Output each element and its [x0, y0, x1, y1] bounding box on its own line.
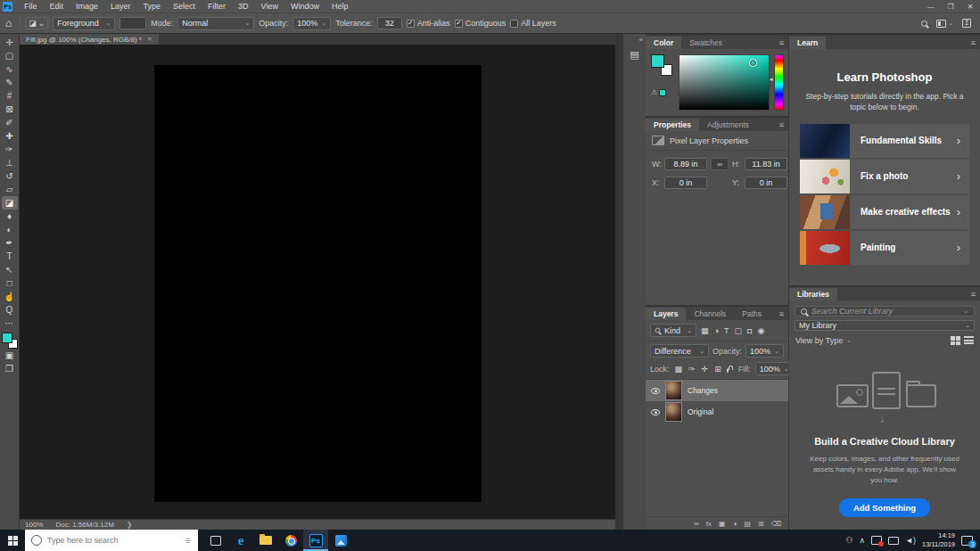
type-tool[interactable]: T	[2, 250, 18, 263]
menu-help[interactable]: Help	[325, 0, 355, 12]
opacity-dropdown[interactable]: 100%⌄	[292, 17, 331, 30]
history-panel-icon[interactable]: ▤	[627, 47, 643, 62]
menu-file[interactable]: File	[18, 0, 44, 12]
panel-menu-icon[interactable]: ≡	[775, 309, 788, 320]
hue-slider-marker[interactable]: ◂	[770, 76, 773, 83]
marquee-tool[interactable]: ▢	[2, 49, 18, 62]
fill-dropdown[interactable]: 100%⌄	[755, 362, 794, 375]
new-layer-icon[interactable]: ⊞	[758, 520, 764, 528]
pattern-picker[interactable]	[119, 17, 146, 29]
blend-mode-dropdown[interactable]: Difference ⌄	[650, 344, 709, 358]
menu-3d[interactable]: 3D	[232, 0, 255, 12]
microphone-icon[interactable]: ⌯	[185, 535, 192, 546]
foreground-color-swatch[interactable]	[2, 333, 12, 343]
tab-layers[interactable]: Layers	[646, 308, 686, 320]
menu-edit[interactable]: Edit	[44, 0, 70, 12]
dodge-tool[interactable]: ◐	[2, 223, 18, 236]
clone-stamp-tool[interactable]: ⊥	[2, 156, 18, 169]
library-select-dropdown[interactable]: My Library ⌄	[795, 320, 975, 331]
eyedropper-tool[interactable]: ✐	[2, 116, 18, 129]
visibility-eye-icon[interactable]	[651, 388, 660, 394]
layer-thumbnail[interactable]	[665, 402, 682, 422]
color-picker-marker[interactable]	[750, 60, 756, 66]
hue-slider[interactable]: ◂	[774, 54, 784, 111]
taskbar-search[interactable]: ⌯	[25, 530, 198, 551]
notification-badge-icon[interactable]	[871, 536, 882, 545]
history-brush-tool[interactable]: ↺	[2, 169, 18, 183]
layer-row-changes[interactable]: Changes	[646, 380, 788, 401]
taskbar-clock[interactable]: 14:19 13/11/2019	[922, 531, 955, 549]
lock-artboard-icon[interactable]: ⊞	[713, 365, 722, 374]
tolerance-input[interactable]: 32	[377, 17, 402, 29]
height-input[interactable]: 11.83 in	[745, 158, 787, 170]
list-view-icon[interactable]	[964, 336, 974, 345]
new-group-icon[interactable]: ▤	[744, 520, 751, 528]
filter-kind-dropdown[interactable]: Kind ⌄	[650, 324, 696, 337]
menu-type[interactable]: Type	[137, 0, 168, 12]
menu-select[interactable]: Select	[167, 0, 202, 12]
edge-button[interactable]: e	[228, 530, 253, 551]
panel-menu-icon[interactable]: ≡	[967, 290, 980, 300]
layer-thumbnail[interactable]	[665, 381, 682, 400]
tab-swatches[interactable]: Swatches	[681, 37, 730, 49]
lock-all-icon[interactable]	[727, 368, 729, 373]
photoshop-taskbar-button[interactable]: Ps	[303, 530, 328, 551]
filter-toggle-icon[interactable]: ◉	[756, 326, 765, 335]
color-swatches[interactable]	[651, 54, 672, 76]
brush-tool[interactable]: ✑	[2, 143, 18, 156]
quick-mask-button[interactable]: ▣	[2, 349, 18, 362]
learn-card-make-creative-effects[interactable]: Make creative effects ›	[800, 195, 969, 229]
layer-opacity-dropdown[interactable]: 100%⌄	[745, 344, 784, 358]
color-swatches[interactable]	[2, 333, 18, 349]
lock-pixels-icon[interactable]: ✑	[688, 365, 696, 374]
antialias-checkbox[interactable]: ✓ Anti-alias	[407, 19, 450, 28]
path-selection-tool[interactable]: ↖	[2, 263, 18, 276]
expand-panels-icon[interactable]: «	[639, 36, 646, 44]
home-icon[interactable]: ⌂	[5, 17, 12, 29]
width-input[interactable]: 8.89 in	[664, 158, 707, 170]
all-layers-checkbox[interactable]: All Layers	[510, 19, 556, 28]
zoom-tool[interactable]: Q	[2, 303, 18, 317]
close-tab-icon[interactable]: ✕	[147, 36, 152, 43]
menu-view[interactable]: View	[255, 0, 284, 12]
gamut-color-swatch[interactable]	[659, 89, 666, 96]
add-something-button[interactable]: Add Something	[839, 498, 930, 517]
tab-paths[interactable]: Paths	[734, 308, 770, 320]
adjustment-layer-icon[interactable]: ◑	[733, 520, 737, 528]
frame-tool[interactable]: ⊠	[2, 103, 18, 116]
fill-source-dropdown[interactable]: Foreground⌄	[53, 17, 115, 30]
zoom-level[interactable]: 100%	[25, 521, 43, 529]
edit-toolbar-icon[interactable]: ⋯	[2, 317, 18, 330]
start-button[interactable]	[0, 530, 25, 551]
quick-selection-tool[interactable]: ✎	[2, 76, 18, 89]
link-dimensions-icon[interactable]: ∞	[711, 158, 729, 170]
chrome-button[interactable]	[278, 530, 303, 551]
mode-dropdown[interactable]: Normal⌄	[177, 17, 254, 30]
lasso-tool[interactable]: ∿	[2, 62, 18, 76]
rectangle-tool[interactable]: □	[2, 276, 18, 290]
layer-mask-icon[interactable]: ▣	[719, 520, 726, 528]
layer-row-original[interactable]: Original	[646, 401, 788, 423]
menu-image[interactable]: Image	[70, 0, 104, 12]
tab-properties[interactable]: Properties	[646, 119, 699, 131]
pen-tool[interactable]: ✒	[2, 236, 18, 250]
share-icon[interactable]: ↥	[962, 19, 971, 28]
filter-smart-objects-icon[interactable]: ◘	[746, 326, 753, 335]
status-chevron-icon[interactable]: ❯	[127, 521, 133, 529]
delete-layer-icon[interactable]: ⌫	[771, 520, 781, 528]
volume-icon[interactable]: ◄)	[905, 536, 916, 545]
tab-libraries[interactable]: Libraries	[789, 288, 837, 300]
canvas-pasteboard[interactable]	[20, 45, 615, 519]
tab-color[interactable]: Color	[646, 37, 681, 49]
filter-type-layers-icon[interactable]: T	[723, 326, 730, 335]
action-center-icon[interactable]: 3	[961, 536, 973, 546]
menu-layer[interactable]: Layer	[104, 0, 137, 12]
learn-card-painting[interactable]: Painting ›	[800, 231, 969, 265]
screen-mode-button[interactable]: ❐	[2, 362, 18, 375]
menu-window[interactable]: Window	[284, 0, 325, 12]
learn-card-fix-a-photo[interactable]: Fix a photo ›	[800, 160, 969, 193]
link-layers-icon[interactable]: ∞	[694, 520, 699, 528]
color-gradient-field[interactable]	[679, 54, 770, 111]
learn-card-fundamental-skills[interactable]: Fundamental Skills ›	[800, 124, 969, 158]
lock-position-icon[interactable]: ✛	[701, 365, 710, 374]
